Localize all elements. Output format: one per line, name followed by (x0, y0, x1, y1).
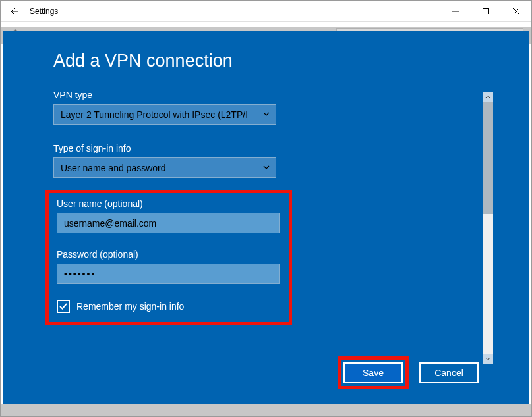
close-button[interactable] (501, 1, 531, 22)
bg-footer-strip (1, 404, 531, 417)
signin-type-select[interactable]: User name and password (53, 157, 276, 178)
chevron-down-icon (262, 109, 270, 120)
vpn-type-select[interactable]: Layer 2 Tunneling Protocol with IPsec (L… (53, 104, 276, 125)
window-title: Settings (27, 7, 440, 16)
username-input[interactable]: username@email.com (57, 213, 280, 233)
scrollbar-thumb[interactable] (483, 102, 493, 214)
settings-window: Settings Add a VPN connection VPN type L… (0, 0, 532, 417)
password-input[interactable]: ••••••• (57, 264, 280, 284)
vpn-type-label: VPN type (53, 90, 479, 100)
dialog-buttons: Save Cancel (338, 356, 479, 389)
cancel-button[interactable]: Cancel (419, 362, 479, 383)
username-label: User name (optional) (57, 198, 281, 209)
password-label: Password (optional) (57, 249, 281, 260)
maximize-button[interactable] (471, 1, 501, 22)
signin-type-label: Type of sign-in info (53, 143, 479, 153)
back-button[interactable] (1, 1, 27, 22)
signin-type-value: User name and password (61, 163, 166, 173)
remember-checkbox-row[interactable]: Remember my sign-in info (57, 300, 281, 313)
vpn-dialog: Add a VPN connection VPN type Layer 2 Tu… (3, 31, 529, 404)
content-area: Add a VPN connection VPN type Layer 2 Tu… (1, 22, 531, 417)
username-value: username@email.com (64, 218, 156, 229)
chevron-down-icon (262, 163, 270, 173)
dialog-title: Add a VPN connection (53, 51, 479, 71)
titlebar: Settings (1, 1, 531, 22)
credentials-highlight: User name (optional) username@email.com … (45, 190, 292, 325)
dialog-scrollbar[interactable] (483, 92, 493, 364)
scroll-up-icon[interactable] (483, 92, 493, 102)
remember-checkbox[interactable] (57, 300, 70, 313)
vpn-type-value: Layer 2 Tunneling Protocol with IPsec (L… (61, 109, 248, 120)
svg-rect-1 (483, 8, 489, 14)
remember-label: Remember my sign-in info (76, 301, 184, 312)
scroll-down-icon[interactable] (483, 354, 493, 364)
save-highlight: Save (338, 356, 409, 389)
password-value: ••••••• (64, 269, 96, 279)
save-button[interactable]: Save (343, 362, 403, 383)
minimize-button[interactable] (440, 1, 471, 22)
